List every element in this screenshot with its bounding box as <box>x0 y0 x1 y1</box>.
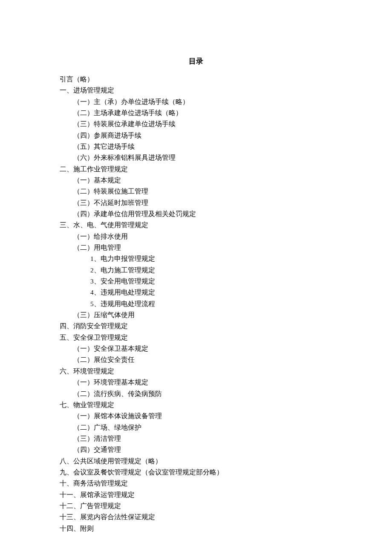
toc-entry: 四、消防安全管理规定 <box>60 321 332 332</box>
toc-entry: （三）压缩气体使用 <box>73 309 332 321</box>
toc-entry: 十一、展馆承运管理规定 <box>60 489 332 500</box>
toc-entry: 十三、展览内容合法性保证规定 <box>60 512 332 523</box>
toc-entry: （六）外来标准铝料展具进场管理 <box>73 152 332 163</box>
toc-entry: （二）广场、绿地保护 <box>73 422 332 433</box>
toc-entry: （二）展位安全责任 <box>73 354 332 365</box>
toc-entry: 十二、广告管理规定 <box>60 500 332 512</box>
toc-entry: 二、施工作业管理规定 <box>60 164 332 175</box>
toc-entry: （四）参展商进场手续 <box>73 130 332 141</box>
toc-entry: 1、电力申报管理规定 <box>90 253 332 264</box>
toc-entry: 六、环境管理规定 <box>60 366 332 377</box>
toc-entry: （一）安全保卫基本规定 <box>73 343 332 354</box>
toc-entry: 2、电力施工管理规定 <box>90 265 332 276</box>
document-page: 目录 引言（略）一、进场管理规定（一）主（承）办单位进场手续（略）（二）主场承建… <box>0 0 392 555</box>
toc-entry: （一）基本规定 <box>73 175 332 186</box>
toc-entry: （一）展馆本体设施设备管理 <box>73 410 332 422</box>
toc-entry: （三）清洁管理 <box>73 433 332 444</box>
toc-entry: 十四、附则 <box>60 523 332 534</box>
toc-entry: （二）用电管理 <box>73 242 332 253</box>
toc-entry: （一）给排水使用 <box>73 231 332 242</box>
toc-entry: （二）流行疾病、传染病预防 <box>73 388 332 399</box>
toc-entry: 五、安全保卫管理规定 <box>60 332 332 343</box>
toc-entry: （三）不沾延时加班管理 <box>73 197 332 208</box>
toc-title: 目录 <box>60 55 332 68</box>
toc-entry: 3、安全用电管理规定 <box>90 276 332 287</box>
toc-entry: 5、违规用电处理流程 <box>90 298 332 309</box>
toc-entry: 一、进场管理规定 <box>60 85 332 96</box>
toc-entry: （二）主场承建单位进场手续（略） <box>73 107 332 119</box>
toc-entry: 九、会议室及餐饮管理规定（会议室管理规定部分略） <box>60 467 332 478</box>
toc-entry: 七、物业管理规定 <box>60 399 332 410</box>
toc-entry: （一）环境管理基本规定 <box>73 377 332 388</box>
toc-entry: 引言（略） <box>60 74 332 85</box>
toc-entry: 三、水、电、气使用管理规定 <box>60 220 332 231</box>
toc-entry: （四）承建单位信用管理及相关处罚规定 <box>73 208 332 220</box>
toc-entry: （一）主（承）办单位进场手续（略） <box>73 96 332 107</box>
toc-list: 引言（略）一、进场管理规定（一）主（承）办单位进场手续（略）（二）主场承建单位进… <box>60 74 332 534</box>
toc-entry: （二）特装展位施工管理 <box>73 186 332 197</box>
toc-entry: （四）交通管理 <box>73 444 332 455</box>
toc-entry: （五）其它进场手续 <box>73 141 332 152</box>
toc-entry: （三）特装展位承建单位进场手续 <box>73 119 332 130</box>
toc-entry: 八、公共区域使用管理规定（略） <box>60 456 332 467</box>
toc-entry: 4、违规用电处理规定 <box>90 287 332 298</box>
toc-entry: 十、商务活动管理规定 <box>60 478 332 489</box>
